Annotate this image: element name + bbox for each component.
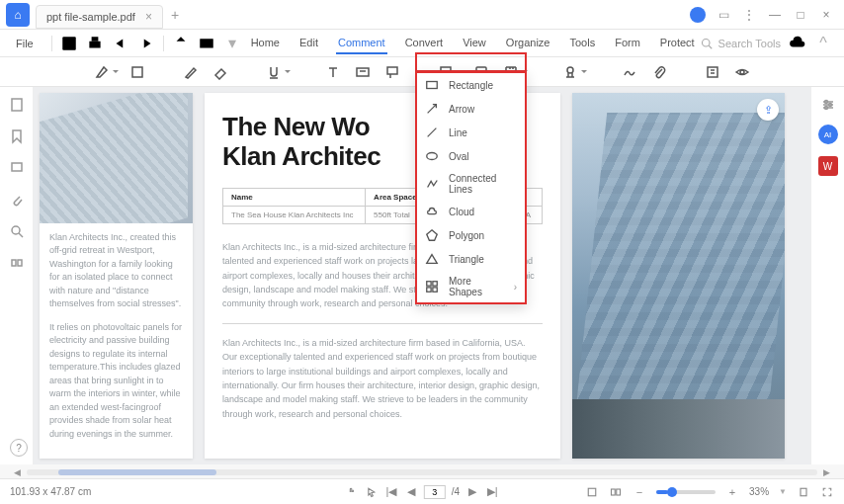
document-tab[interactable]: ppt file-sample.pdf ×: [36, 5, 163, 29]
svg-rect-28: [612, 489, 616, 495]
menu-home[interactable]: Home: [249, 33, 282, 54]
textbox-tool-icon[interactable]: [352, 61, 374, 83]
menu-tools[interactable]: Tools: [567, 33, 597, 54]
svg-rect-1: [89, 41, 100, 47]
bookmarks-icon[interactable]: [9, 128, 25, 144]
shape-arrow[interactable]: Arrow: [417, 97, 525, 121]
attachments-icon[interactable]: [9, 192, 25, 208]
shape-triangle[interactable]: Triangle: [417, 247, 525, 271]
thumbnails-icon[interactable]: [9, 97, 25, 113]
maximize-icon[interactable]: □: [793, 7, 808, 23]
statusbar: 101.93 x 47.87 cm |◀ ◀ /4 ▶ ▶| − + 33% ▼: [0, 478, 844, 504]
shape-polygon[interactable]: Polygon: [417, 223, 525, 247]
stamp-tool-icon[interactable]: [559, 61, 581, 83]
fields-icon[interactable]: [9, 255, 25, 271]
menu-protect[interactable]: Protect: [658, 33, 697, 54]
td-name: The Sea House Klan Architects Inc: [223, 206, 366, 223]
menu-form[interactable]: Form: [613, 33, 642, 54]
zoom-dropdown-icon[interactable]: ▼: [779, 487, 787, 496]
user-avatar[interactable]: [690, 7, 706, 23]
doc-title-line2: Klan Architec: [222, 141, 380, 171]
zoom-value: 33%: [749, 486, 769, 497]
svg-rect-7: [387, 67, 397, 74]
horizontal-scrollbar[interactable]: ◀ ▶: [14, 467, 830, 477]
word-badge-icon[interactable]: W: [818, 156, 838, 176]
menu-convert[interactable]: Convert: [403, 33, 446, 54]
area-highlight-icon[interactable]: [127, 61, 148, 83]
scroll-right-icon[interactable]: ▶: [823, 467, 830, 477]
search-tools[interactable]: Search Tools: [701, 38, 781, 49]
comments-panel-icon[interactable]: [702, 61, 723, 83]
cloud-icon[interactable]: [789, 35, 806, 52]
hide-comments-icon[interactable]: [731, 61, 753, 83]
text-tool-icon[interactable]: [322, 61, 344, 83]
undo-icon[interactable]: [112, 35, 129, 52]
shape-cloud[interactable]: Cloud: [417, 200, 525, 223]
close-icon[interactable]: ×: [145, 10, 152, 24]
th-name: Name: [223, 188, 366, 206]
scroll-thumb[interactable]: [58, 469, 216, 475]
mail-icon[interactable]: [198, 35, 215, 52]
upload-icon[interactable]: [172, 35, 190, 52]
redo-icon[interactable]: [137, 35, 155, 52]
print-icon[interactable]: [86, 35, 104, 52]
app-icon: ⌂: [6, 3, 30, 27]
hand-tool-icon[interactable]: [345, 485, 359, 499]
fit-page-icon[interactable]: [797, 485, 810, 499]
shape-connected-lines[interactable]: Connected Lines: [417, 168, 525, 200]
ai-badge-icon[interactable]: AI: [818, 125, 838, 144]
share-button[interactable]: ⇪: [757, 99, 779, 121]
shape-rectangle[interactable]: Rectangle: [417, 73, 525, 97]
svg-rect-0: [62, 37, 76, 50]
minimize-icon[interactable]: —: [767, 7, 783, 23]
page1-paragraph-1: Klan Architects Inc., created this off-g…: [49, 231, 183, 311]
menu-organize[interactable]: Organize: [504, 33, 552, 54]
zoom-slider[interactable]: [656, 490, 716, 494]
menu-view[interactable]: View: [461, 33, 488, 54]
prev-page-icon[interactable]: ◀: [404, 485, 418, 499]
next-page-icon[interactable]: ▶: [465, 485, 479, 499]
last-page-icon[interactable]: ▶|: [485, 485, 499, 499]
file-menu[interactable]: File: [8, 36, 42, 51]
signature-tool-icon[interactable]: [619, 61, 640, 83]
menu-comment[interactable]: Comment: [336, 33, 387, 54]
shape-line[interactable]: Line: [417, 121, 525, 144]
collapse-ribbon-icon[interactable]: ^: [814, 35, 832, 52]
select-tool-icon[interactable]: [365, 485, 379, 499]
underline-tool-icon[interactable]: [263, 61, 285, 83]
notes-icon[interactable]: ▭: [716, 7, 731, 23]
highlight-tool-icon[interactable]: [91, 61, 113, 83]
dropdown-icon[interactable]: ▾: [223, 35, 241, 52]
doc-title-line1: The New Wo: [222, 112, 370, 141]
svg-rect-15: [427, 282, 431, 286]
svg-point-12: [740, 70, 744, 74]
properties-icon[interactable]: [820, 97, 836, 113]
search-panel-icon[interactable]: [9, 223, 25, 239]
callout-tool-icon[interactable]: [381, 61, 403, 83]
scroll-left-icon[interactable]: ◀: [14, 467, 21, 477]
zoom-out-icon[interactable]: −: [633, 485, 646, 499]
search-placeholder: Search Tools: [718, 38, 781, 49]
eraser-tool-icon[interactable]: [210, 61, 231, 83]
page-navigator: |◀ ◀ /4 ▶ ▶|: [345, 485, 499, 499]
close-window-icon[interactable]: ×: [818, 7, 834, 23]
shape-more-shapes[interactable]: More Shapes›: [417, 271, 525, 302]
save-icon[interactable]: [60, 35, 78, 52]
pencil-tool-icon[interactable]: [180, 61, 202, 83]
fit-width-icon[interactable]: [585, 485, 599, 499]
fullscreen-icon[interactable]: [820, 485, 834, 499]
page-number-input[interactable]: [424, 485, 446, 499]
page-3: ⇪: [572, 93, 785, 459]
menu-edit[interactable]: Edit: [297, 33, 320, 54]
first-page-icon[interactable]: |◀: [384, 485, 398, 499]
zoom-in-icon[interactable]: +: [725, 485, 739, 499]
titlebar: ⌂ ppt file-sample.pdf × + ▭ ⋮ — □ ×: [0, 0, 844, 30]
annotations-icon[interactable]: [9, 160, 25, 176]
help-button[interactable]: ?: [10, 439, 28, 457]
view-mode-icon[interactable]: [609, 485, 623, 499]
attachment-tool-icon[interactable]: [648, 61, 670, 83]
shape-oval[interactable]: Oval: [417, 144, 525, 168]
more-icon[interactable]: ⋮: [741, 7, 757, 23]
new-tab-button[interactable]: +: [171, 7, 179, 23]
svg-rect-6: [357, 68, 369, 76]
